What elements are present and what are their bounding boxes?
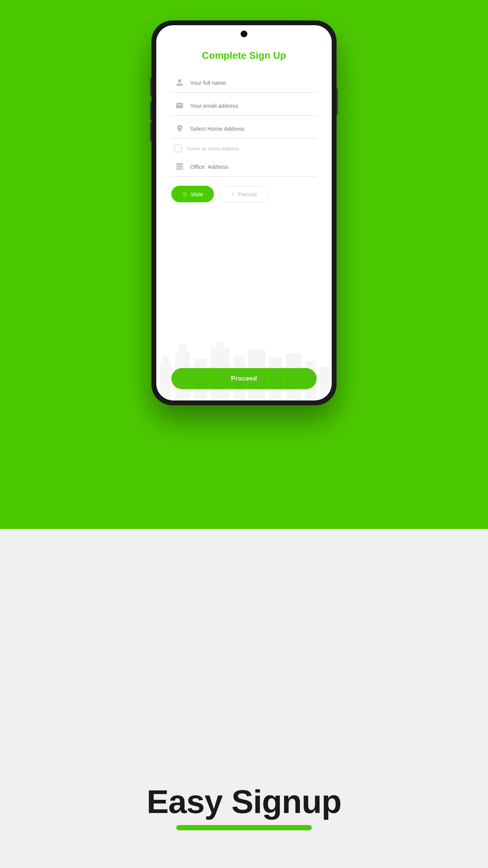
phone-frame: Complete Sign Up	[152, 21, 336, 405]
svg-rect-15	[211, 348, 230, 400]
full-name-input[interactable]	[190, 79, 314, 86]
person-icon	[174, 77, 185, 88]
svg-rect-26	[181, 359, 183, 361]
svg-rect-21	[305, 361, 316, 400]
same-address-checkbox[interactable]	[174, 145, 182, 152]
home-address-field	[171, 119, 317, 139]
email-input[interactable]	[190, 102, 314, 109]
svg-rect-20	[286, 353, 301, 400]
male-label: Male	[191, 191, 203, 197]
email-field	[171, 96, 317, 116]
svg-rect-12	[175, 351, 190, 400]
svg-rect-4	[177, 166, 179, 167]
svg-rect-10	[160, 363, 171, 400]
tagline: Easy Signup	[0, 785, 488, 818]
email-icon	[174, 100, 185, 111]
svg-rect-27	[213, 350, 215, 352]
full-name-field	[171, 73, 317, 93]
male-icon: ☺	[182, 191, 188, 197]
office-address-input[interactable]	[190, 164, 314, 170]
city-skyline	[156, 340, 332, 400]
office-address-field	[171, 157, 317, 177]
svg-rect-5	[179, 166, 180, 167]
gender-row: ☺ Male ♀ Female	[171, 186, 317, 202]
office-icon	[174, 161, 185, 172]
svg-rect-29	[223, 350, 225, 352]
svg-rect-23	[177, 353, 179, 356]
svg-rect-25	[177, 359, 179, 361]
form-fields: Same as home address	[171, 73, 317, 368]
svg-rect-7	[177, 168, 179, 169]
svg-rect-28	[218, 350, 220, 352]
same-address-row: Same as home address	[171, 142, 317, 154]
svg-rect-17	[233, 355, 245, 400]
female-label: Female	[238, 191, 257, 197]
svg-rect-3	[181, 164, 182, 165]
svg-rect-2	[179, 164, 180, 165]
svg-rect-16	[217, 342, 224, 348]
svg-rect-18	[249, 350, 265, 400]
screen-content: Complete Sign Up	[156, 25, 332, 400]
same-address-label: Same as home address	[187, 146, 239, 151]
svg-rect-8	[179, 168, 180, 169]
svg-rect-22	[320, 367, 329, 400]
female-icon: ♀	[231, 191, 235, 197]
tagline-underline	[176, 825, 312, 830]
svg-rect-1	[177, 164, 179, 165]
phone-screen: Complete Sign Up	[156, 25, 332, 400]
phone-wrapper: Complete Sign Up	[152, 21, 336, 405]
home-address-input[interactable]	[190, 125, 314, 132]
svg-rect-19	[269, 357, 282, 400]
svg-rect-13	[179, 344, 186, 351]
svg-rect-9	[181, 168, 182, 169]
camera-notch	[241, 31, 247, 37]
svg-rect-11	[162, 355, 169, 363]
bottom-text-area: Easy Signup	[0, 785, 488, 830]
male-button[interactable]: ☺ Male	[171, 186, 214, 202]
svg-rect-6	[181, 166, 182, 167]
svg-rect-24	[181, 353, 183, 356]
page-title: Complete Sign Up	[171, 50, 317, 61]
female-button[interactable]: ♀ Female	[220, 186, 268, 202]
location-icon	[174, 123, 185, 134]
svg-rect-14	[194, 359, 207, 400]
